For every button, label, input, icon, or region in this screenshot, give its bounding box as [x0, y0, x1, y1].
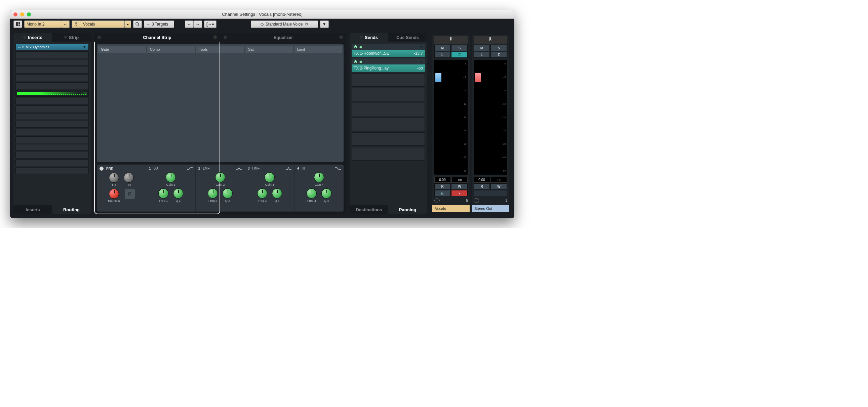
pre-enable-button[interactable] — [99, 167, 103, 171]
bottom-tab-panning[interactable]: Panning — [388, 205, 427, 214]
tab-cue-sends[interactable]: Cue Sends — [388, 33, 427, 42]
insert-slot-6[interactable] — [16, 82, 89, 89]
eq-band-3-q-knob[interactable]: Q 3 — [272, 189, 282, 203]
insert-bypass-icon[interactable]: ▭ — [18, 45, 21, 49]
send-slot-2[interactable]: ⏻◀▼ FX 2-PingPong...ay-oo — [352, 59, 425, 72]
eq-band-2-gain-knob[interactable]: Gain 2 — [215, 172, 225, 186]
channel-solo-button[interactable]: S — [451, 45, 468, 51]
channel-fader-handle[interactable] — [435, 72, 442, 82]
targets-button[interactable]: → 3 Targets — [144, 21, 174, 28]
insert-slot-9[interactable] — [16, 113, 89, 120]
eq-band-1-num[interactable]: 1 — [149, 167, 151, 170]
insert-slot-7[interactable] — [16, 98, 89, 104]
strip-bypass-icon[interactable] — [213, 35, 217, 40]
strip-col-limit-header[interactable]: Limit — [294, 46, 342, 53]
insert-slot-13[interactable] — [16, 144, 89, 151]
eq-band-2-num[interactable]: 2 — [198, 167, 200, 170]
eq-band-4-num[interactable]: 4 — [297, 167, 299, 170]
eq-band-1-gain-knob[interactable]: Gain 1 — [166, 172, 176, 186]
eq-band-1-freq-knob[interactable]: Freq 1 — [158, 189, 168, 203]
channel-name-field[interactable]: Vocals — [81, 21, 125, 28]
strip-col-sat[interactable]: Sat — [245, 46, 293, 161]
channel-number[interactable]: 5 — [72, 21, 81, 28]
send-slot-8[interactable] — [352, 147, 425, 161]
insert-slot-14[interactable] — [16, 152, 89, 159]
strip-col-limit[interactable]: Limit — [294, 46, 342, 161]
insert-slot-4[interactable] — [16, 67, 89, 73]
peak-icon[interactable] — [236, 167, 242, 170]
output-fader-value[interactable]: 0.00 — [474, 177, 490, 183]
send-1-value[interactable]: -13.7 — [414, 51, 423, 56]
tab-sends[interactable]: Sends — [350, 33, 388, 42]
channel-write-button[interactable]: W — [451, 183, 468, 190]
insert-slot-16[interactable] — [16, 167, 89, 174]
tab-strip[interactable]: Strip — [52, 33, 91, 42]
lo-shelf-icon[interactable] — [187, 167, 193, 170]
hi-shelf-icon[interactable] — [335, 167, 341, 170]
phase-button[interactable]: Ø — [125, 189, 135, 203]
bottom-tab-destinations[interactable]: Destinations — [350, 205, 388, 214]
channel-name-footer[interactable]: Vocals — [432, 205, 470, 212]
send-slot-5[interactable] — [352, 103, 425, 116]
chevron-down-icon[interactable]: ▼ — [420, 60, 423, 64]
layout-toggle-button[interactable] — [13, 21, 22, 28]
send-slot-7[interactable] — [352, 132, 425, 146]
history-fwd-button[interactable]: → — [194, 21, 202, 28]
output-edit-button[interactable]: E — [491, 52, 507, 58]
chevron-down-icon[interactable]: ▼ — [83, 45, 86, 49]
preset-selector[interactable]: ◇ Standard Male Voice ↻ — [251, 21, 318, 28]
insert-slot-11[interactable] — [16, 129, 89, 135]
send-slot-6[interactable] — [352, 117, 425, 131]
channel-mute-button[interactable]: M — [434, 45, 451, 51]
tab-inserts[interactable]: Inserts — [13, 33, 52, 42]
channel-monitor-button[interactable]: 🔈 — [434, 190, 451, 196]
eq-band-4-gain-knob[interactable]: Gain 4 — [314, 172, 324, 186]
eq-band-4-freq-knob[interactable]: Freq 4 — [307, 189, 317, 203]
insert-slot-12[interactable] — [16, 136, 89, 143]
send-slot-1[interactable]: ⏻◀▼ FX 1-Roomwor...SE-13.7 — [352, 44, 425, 57]
channel-read-button[interactable]: R — [434, 183, 451, 190]
channel-peak-value[interactable]: -oo — [452, 177, 468, 183]
eq-bypass-icon[interactable] — [339, 35, 344, 40]
insert-edit-icon[interactable]: e — [22, 45, 24, 49]
lc-knob[interactable]: LC — [109, 173, 119, 187]
eq-band-4-q-knob[interactable]: Q 4 — [321, 189, 332, 203]
history-back-button[interactable]: ← — [185, 21, 194, 28]
insert-slot-10[interactable] — [16, 121, 89, 128]
input-prev-button[interactable]: ← — [61, 21, 70, 28]
strip-col-gate[interactable]: Gate — [98, 46, 146, 161]
tab-equalizer[interactable]: Equalizer — [220, 33, 346, 42]
eq-band-3-num[interactable]: 3 — [248, 167, 250, 170]
eq-band-3-gain-knob[interactable]: Gain 3 — [265, 172, 275, 186]
insert-slot-15[interactable] — [16, 160, 89, 166]
bottom-tab-inserts[interactable]: Inserts — [13, 205, 52, 214]
strip-col-gate-header[interactable]: Gate — [98, 46, 146, 53]
channel-listen-button[interactable]: L — [434, 52, 451, 58]
channel-next-marker[interactable]: ▸ — [125, 21, 131, 28]
channel-record-button[interactable]: ● — [451, 190, 468, 196]
output-read-button[interactable]: R — [474, 183, 490, 190]
pregain-knob[interactable]: Pre Gain — [108, 189, 120, 203]
peak-icon[interactable] — [285, 167, 291, 170]
output-panner[interactable]: C — [474, 36, 507, 44]
channel-panner[interactable]: C — [434, 36, 468, 44]
output-write-button[interactable]: W — [491, 183, 507, 190]
insert-slot-8[interactable] — [16, 105, 89, 112]
send-2-prefader-icon[interactable]: ◀ — [359, 60, 362, 64]
strip-col-comp[interactable]: Comp — [147, 46, 195, 161]
channel-edit-button[interactable]: E — [451, 52, 468, 58]
bottom-tab-routing[interactable]: Routing — [52, 205, 91, 214]
channel-fader-value[interactable]: 0.00 — [434, 177, 451, 183]
send-1-power-icon[interactable]: ⏻ — [354, 45, 357, 49]
insert-slot-2[interactable] — [16, 52, 89, 58]
send-slot-3[interactable] — [352, 73, 425, 87]
strip-col-tools[interactable]: Tools — [196, 46, 244, 161]
output-name-footer[interactable]: Stereo Out — [472, 205, 509, 212]
insert-slot-5[interactable] — [16, 74, 89, 81]
output-fader-handle[interactable] — [474, 72, 481, 82]
strip-col-tools-header[interactable]: Tools — [196, 46, 244, 53]
send-2-value[interactable]: -oo — [417, 66, 423, 70]
output-mute-button[interactable]: M — [474, 45, 490, 51]
eq-band-3-freq-knob[interactable]: Freq 3 — [257, 189, 267, 203]
output-peak-value[interactable]: -oo — [491, 177, 507, 183]
